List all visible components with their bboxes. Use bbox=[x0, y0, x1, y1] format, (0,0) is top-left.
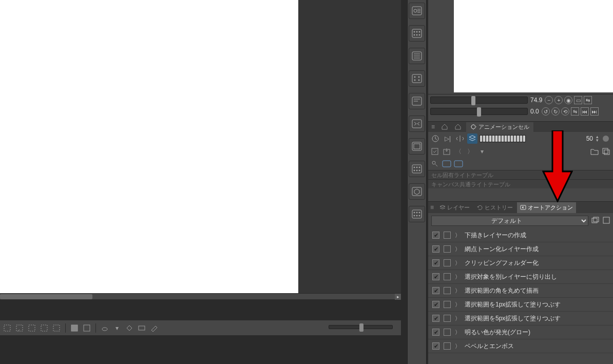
scrollbar-thumb[interactable] bbox=[0, 294, 92, 299]
horizontal-scrollbar[interactable]: ▸ bbox=[0, 293, 401, 299]
skip-next-icon[interactable]: ▷| bbox=[443, 133, 453, 144]
chevron-right-icon[interactable]: 〉 bbox=[455, 342, 461, 350]
dock-character-icon[interactable] bbox=[409, 3, 425, 19]
lasso-icon[interactable] bbox=[100, 323, 110, 333]
onion-clock-icon[interactable] bbox=[430, 133, 440, 144]
action-enabled-checkbox[interactable] bbox=[432, 232, 439, 239]
action-row[interactable]: 〉クリッピングフォルダー化 bbox=[428, 256, 613, 270]
action-enabled-checkbox[interactable] bbox=[432, 301, 439, 308]
preset-settings-icon[interactable] bbox=[603, 217, 610, 225]
chevron-right-icon[interactable]: 〉 bbox=[455, 232, 461, 239]
chevron-right-icon[interactable]: 〉 bbox=[455, 273, 461, 281]
chevron-down-icon[interactable]: ▾ bbox=[112, 323, 122, 333]
panel-menu-icon[interactable]: ≡ bbox=[431, 123, 436, 130]
chevron-right-icon[interactable]: 〉 bbox=[455, 329, 461, 336]
select-invert-icon[interactable] bbox=[27, 323, 37, 333]
tab-history[interactable]: ヒストリー bbox=[474, 202, 516, 213]
chevron-right-icon[interactable]: 〉 bbox=[455, 245, 461, 253]
dock-3d-icon[interactable] bbox=[409, 183, 425, 200]
preset-folder-icon[interactable] bbox=[591, 217, 600, 225]
zoom-slider[interactable] bbox=[430, 97, 528, 104]
action-enabled-checkbox[interactable] bbox=[432, 342, 439, 350]
action-row[interactable]: 〉下描きレイヤーの作成 bbox=[428, 228, 613, 242]
chevron-right-icon[interactable]: 〉 bbox=[455, 287, 461, 295]
rotate-slider[interactable] bbox=[430, 108, 528, 115]
bucket-icon[interactable] bbox=[124, 323, 135, 333]
flip-h-button[interactable]: ⇋ bbox=[571, 107, 579, 116]
register-cel-icon[interactable] bbox=[430, 147, 439, 156]
panel-menu-icon[interactable]: ≡ bbox=[430, 204, 435, 211]
action-row[interactable]: 〉明るい色が発光(グロー) bbox=[428, 325, 613, 339]
light-table-2[interactable]: キャンバス共通ライトテーブル bbox=[428, 179, 613, 188]
canvas[interactable] bbox=[0, 0, 298, 293]
action-row[interactable]: 〉選択範囲の角を丸めて描画 bbox=[428, 284, 613, 298]
home-icon[interactable] bbox=[439, 122, 450, 132]
action-record-checkbox[interactable] bbox=[444, 342, 451, 350]
dock-swap-icon[interactable] bbox=[409, 116, 425, 132]
dock-list-icon[interactable] bbox=[409, 48, 425, 64]
action-row[interactable]: 〉ベベルとエンボス bbox=[428, 339, 613, 353]
action-row[interactable]: 〉選択対象を別レイヤーに切り出し bbox=[428, 270, 613, 284]
flip-icon[interactable] bbox=[455, 133, 465, 144]
action-row[interactable]: 〉選択範囲を5px拡張して塗りつぶす bbox=[428, 312, 613, 325]
dock-grid2-icon[interactable] bbox=[409, 161, 425, 177]
tab-layer[interactable]: レイヤー bbox=[436, 202, 473, 213]
import-icon[interactable] bbox=[442, 147, 451, 156]
rotate-reset-button[interactable]: ⟲ bbox=[561, 107, 569, 116]
scroll-right-icon[interactable]: ▸ bbox=[395, 294, 401, 300]
tab-auto-action[interactable]: オートアクション bbox=[517, 202, 576, 213]
zoom-out-button[interactable]: − bbox=[545, 96, 553, 104]
zoom-fit-button[interactable]: ◉ bbox=[564, 96, 572, 104]
action-enabled-checkbox[interactable] bbox=[432, 259, 439, 266]
media-prev-button[interactable]: ⏮ bbox=[581, 107, 589, 116]
action-enabled-checkbox[interactable] bbox=[432, 287, 439, 294]
chevron-down-icon[interactable]: ▾ bbox=[477, 147, 487, 156]
media-next-button[interactable]: ⏭ bbox=[590, 107, 599, 116]
open-folder-icon[interactable] bbox=[590, 147, 599, 156]
dock-text-icon[interactable] bbox=[409, 93, 425, 109]
light-table-1[interactable]: セル固有ライトテーブル bbox=[428, 170, 613, 179]
action-record-checkbox[interactable] bbox=[444, 259, 451, 266]
cel-b-icon[interactable] bbox=[454, 159, 463, 168]
cel-a-icon[interactable] bbox=[442, 159, 451, 168]
action-row[interactable]: 〉選択範囲を1px拡張して塗りつぶす bbox=[428, 298, 613, 312]
color-blob-icon[interactable] bbox=[601, 133, 611, 144]
action-record-checkbox[interactable] bbox=[444, 245, 451, 253]
action-record-checkbox[interactable] bbox=[444, 273, 451, 280]
chevron-right-icon[interactable]: 〉 bbox=[455, 301, 461, 309]
action-enabled-checkbox[interactable] bbox=[432, 245, 439, 253]
preset-select[interactable]: デフォルト bbox=[431, 216, 588, 226]
next-cel-icon[interactable]: 〉 bbox=[466, 147, 475, 156]
home2-icon[interactable] bbox=[453, 122, 463, 132]
search-user-icon[interactable] bbox=[430, 159, 439, 168]
zoom-in-button[interactable]: + bbox=[554, 96, 563, 104]
layers-icon[interactable] bbox=[467, 133, 477, 144]
action-record-checkbox[interactable] bbox=[444, 232, 451, 239]
eraser-icon[interactable] bbox=[149, 323, 159, 333]
tone-icon[interactable] bbox=[137, 323, 147, 333]
bottom-slider[interactable] bbox=[329, 321, 393, 333]
dock-dots-icon[interactable] bbox=[409, 70, 425, 87]
prev-cel-icon[interactable]: 〈 bbox=[454, 147, 463, 156]
chevron-right-icon[interactable]: 〉 bbox=[455, 315, 461, 322]
action-enabled-checkbox[interactable] bbox=[432, 315, 439, 322]
select-shrink-icon[interactable] bbox=[51, 323, 62, 333]
opacity-stepper[interactable]: ▴▾ bbox=[596, 135, 599, 142]
action-record-checkbox[interactable] bbox=[444, 301, 451, 308]
action-record-checkbox[interactable] bbox=[444, 287, 451, 294]
zoom-swap-button[interactable]: ⇆ bbox=[584, 96, 592, 104]
select-expand-icon[interactable] bbox=[39, 323, 49, 333]
action-record-checkbox[interactable] bbox=[444, 329, 451, 336]
action-record-checkbox[interactable] bbox=[444, 315, 451, 322]
action-enabled-checkbox[interactable] bbox=[432, 273, 439, 280]
duplicate-icon[interactable] bbox=[602, 147, 611, 156]
dock-grid1-icon[interactable] bbox=[409, 25, 425, 42]
select-rect-icon[interactable] bbox=[2, 323, 12, 333]
chevron-right-icon[interactable]: 〉 bbox=[455, 259, 461, 267]
tab-animation-cel[interactable]: アニメーションセル bbox=[466, 122, 533, 132]
action-row[interactable]: 〉網点トーン化レイヤー作成 bbox=[428, 242, 613, 256]
rotate-ccw-button[interactable]: ↺ bbox=[542, 107, 550, 116]
select-float-icon[interactable] bbox=[14, 323, 25, 333]
clear-icon[interactable] bbox=[82, 323, 92, 333]
rotate-cw-button[interactable]: ↻ bbox=[551, 107, 560, 116]
